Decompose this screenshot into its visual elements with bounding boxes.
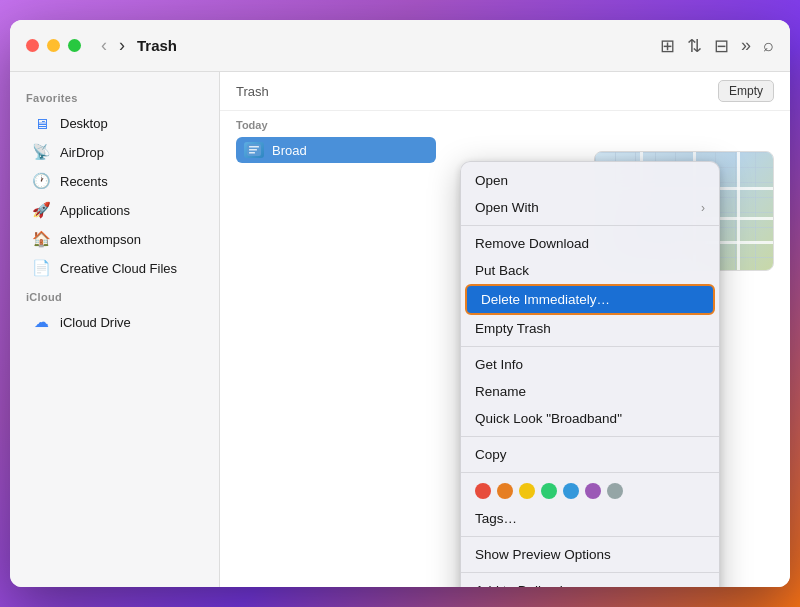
menu-separator-1 (461, 225, 719, 226)
view-toggle-icon[interactable]: ⇅ (687, 35, 702, 57)
menu-item-tags[interactable]: Tags… (461, 505, 719, 532)
file-name: Broad (272, 143, 307, 158)
sidebar-item-home[interactable]: 🏠 alexthompson (16, 225, 213, 253)
tag-red[interactable] (475, 483, 491, 499)
content-area: Trash Empty Today Broad (220, 72, 790, 587)
traffic-lights (26, 39, 81, 52)
menu-item-add-deliveries[interactable]: Add to Deliveries (461, 577, 719, 587)
submenu-arrow-icon: › (701, 201, 705, 215)
menu-item-remove-download[interactable]: Remove Download (461, 230, 719, 257)
sidebar-item-recents[interactable]: 🕐 Recents (16, 167, 213, 195)
menu-remove-download-label: Remove Download (475, 236, 589, 251)
nav-buttons: ‹ › (97, 33, 129, 58)
menu-put-back-label: Put Back (475, 263, 529, 278)
close-button[interactable] (26, 39, 39, 52)
sidebar-item-icloud-drive-label: iCloud Drive (60, 315, 131, 330)
svg-rect-1 (249, 146, 259, 148)
date-label: Today (236, 119, 774, 131)
empty-trash-button[interactable]: Empty (718, 80, 774, 102)
menu-item-show-preview-options[interactable]: Show Preview Options (461, 541, 719, 568)
sidebar-item-airdrop[interactable]: 📡 AirDrop (16, 138, 213, 166)
context-menu: Open Open With › Remove Download Put Bac… (460, 161, 720, 587)
content-body: Today Broad (220, 111, 790, 587)
menu-show-preview-label: Show Preview Options (475, 547, 611, 562)
toolbar-icons: ⊞ ⇅ ⊟ » ⌕ (660, 35, 774, 57)
forward-button[interactable]: › (115, 33, 129, 58)
tag-gray[interactable] (607, 483, 623, 499)
menu-separator-6 (461, 572, 719, 573)
menu-item-open-with[interactable]: Open With › (461, 194, 719, 221)
svg-rect-2 (249, 149, 257, 151)
menu-rename-label: Rename (475, 384, 526, 399)
menu-item-copy[interactable]: Copy (461, 441, 719, 468)
icloud-drive-icon: ☁ (32, 313, 50, 331)
sidebar: Favorites 🖥 Desktop 📡 AirDrop 🕐 Recents … (10, 72, 220, 587)
sidebar-item-icloud-drive[interactable]: ☁ iCloud Drive (16, 308, 213, 336)
menu-add-deliveries-label: Add to Deliveries (475, 583, 577, 587)
menu-quick-look-label: Quick Look "Broadband" (475, 411, 622, 426)
menu-separator-4 (461, 472, 719, 473)
menu-separator-3 (461, 436, 719, 437)
applications-icon: 🚀 (32, 201, 50, 219)
icloud-label: iCloud (10, 283, 219, 307)
menu-delete-immediately-label: Delete Immediately… (481, 292, 610, 307)
menu-empty-trash-label: Empty Trash (475, 321, 551, 336)
group-icon[interactable]: ⊟ (714, 35, 729, 57)
view-grid-icon[interactable]: ⊞ (660, 35, 675, 57)
menu-item-quick-look[interactable]: Quick Look "Broadband" (461, 405, 719, 432)
sidebar-item-home-label: alexthompson (60, 232, 141, 247)
desktop-icon: 🖥 (32, 114, 50, 132)
menu-open-label: Open (475, 173, 508, 188)
creative-cloud-icon: 📄 (32, 259, 50, 277)
tag-orange[interactable] (497, 483, 513, 499)
menu-item-empty-trash[interactable]: Empty Trash (461, 315, 719, 342)
sidebar-item-airdrop-label: AirDrop (60, 145, 104, 160)
file-item[interactable]: Broad (236, 137, 436, 163)
file-type-icon (244, 142, 264, 158)
search-icon[interactable]: ⌕ (763, 35, 774, 56)
menu-item-open[interactable]: Open (461, 167, 719, 194)
finder-window: ‹ › Trash ⊞ ⇅ ⊟ » ⌕ Favorites 🖥 Desktop … (10, 20, 790, 587)
airdrop-icon: 📡 (32, 143, 50, 161)
favorites-label: Favorites (10, 84, 219, 108)
recents-icon: 🕐 (32, 172, 50, 190)
menu-get-info-label: Get Info (475, 357, 523, 372)
menu-tags-label: Tags… (475, 511, 517, 526)
title-bar: ‹ › Trash ⊞ ⇅ ⊟ » ⌕ (10, 20, 790, 72)
menu-separator-2 (461, 346, 719, 347)
menu-item-put-back[interactable]: Put Back (461, 257, 719, 284)
window-title: Trash (137, 37, 177, 54)
tag-purple[interactable] (585, 483, 601, 499)
home-icon: 🏠 (32, 230, 50, 248)
menu-item-rename[interactable]: Rename (461, 378, 719, 405)
sidebar-item-desktop-label: Desktop (60, 116, 108, 131)
menu-copy-label: Copy (475, 447, 507, 462)
main-area: Favorites 🖥 Desktop 📡 AirDrop 🕐 Recents … (10, 72, 790, 587)
sidebar-item-recents-label: Recents (60, 174, 108, 189)
menu-item-get-info[interactable]: Get Info (461, 351, 719, 378)
menu-open-with-label: Open With (475, 200, 539, 215)
tag-yellow[interactable] (519, 483, 535, 499)
sidebar-item-creative-cloud[interactable]: 📄 Creative Cloud Files (16, 254, 213, 282)
minimize-button[interactable] (47, 39, 60, 52)
back-button[interactable]: ‹ (97, 33, 111, 58)
content-header: Trash Empty (220, 72, 790, 111)
sidebar-item-applications-label: Applications (60, 203, 130, 218)
svg-rect-3 (249, 152, 255, 154)
maximize-button[interactable] (68, 39, 81, 52)
sidebar-item-creative-cloud-label: Creative Cloud Files (60, 261, 177, 276)
sidebar-item-applications[interactable]: 🚀 Applications (16, 196, 213, 224)
tag-green[interactable] (541, 483, 557, 499)
menu-item-delete-immediately[interactable]: Delete Immediately… (465, 284, 715, 315)
more-icon[interactable]: » (741, 35, 751, 56)
menu-tags-row (461, 477, 719, 505)
tag-blue[interactable] (563, 483, 579, 499)
sidebar-item-desktop[interactable]: 🖥 Desktop (16, 109, 213, 137)
breadcrumb: Trash (236, 84, 269, 99)
menu-separator-5 (461, 536, 719, 537)
